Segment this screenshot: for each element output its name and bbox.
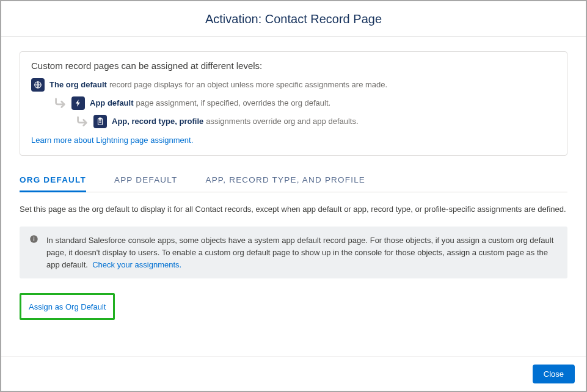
card-title: Custom record pages can be assigned at d… [31, 60, 556, 71]
check-assignments-link[interactable]: Check your assignments. [92, 260, 181, 269]
level-app-default: App defaultpage assignment, if specified… [53, 96, 556, 110]
tab-app-record-profile[interactable]: APP, RECORD TYPE, AND PROFILE [205, 169, 365, 192]
close-button[interactable]: Close [533, 365, 575, 383]
clipboard-icon [93, 115, 107, 128]
level-desc: assignments override org and app default… [206, 117, 358, 126]
level-org-default: The org defaultrecord page displays for … [31, 78, 556, 92]
modal-title: Activation: Contact Record Page [1, 12, 586, 26]
arrow-down-right-icon [53, 97, 67, 109]
lightning-icon [71, 96, 85, 110]
tabs-bar: ORG DEFAULT APP DEFAULT APP, RECORD TYPE… [20, 169, 567, 192]
svg-rect-2 [99, 118, 101, 119]
assignment-levels-card: Custom record pages can be assigned at d… [20, 51, 567, 156]
globe-icon [31, 78, 45, 92]
modal-body: Custom record pages can be assigned at d… [1, 37, 586, 320]
info-alert: In standard Salesforce console apps, som… [20, 227, 567, 278]
tab-org-default[interactable]: ORG DEFAULT [20, 169, 86, 192]
modal-footer: Close [1, 357, 586, 391]
info-icon [29, 234, 38, 244]
assign-org-default-link[interactable]: Assign as Org Default [29, 302, 106, 311]
level-desc: record page displays for an object unles… [109, 80, 387, 89]
highlighted-action: Assign as Org Default [20, 293, 115, 320]
level-label: App, record type, profile [112, 117, 203, 126]
tab-description: Set this page as the org default to disp… [20, 203, 567, 216]
level-label: The org default [49, 80, 107, 89]
svg-rect-6 [34, 238, 34, 241]
level-app-record-profile: App, record type, profileassignments ove… [75, 115, 556, 128]
learn-more-link[interactable]: Learn more about Lightning page assignme… [31, 136, 193, 145]
tab-app-default[interactable]: APP DEFAULT [114, 169, 177, 192]
arrow-down-right-icon [75, 115, 89, 128]
modal-header: Activation: Contact Record Page [1, 1, 586, 37]
svg-point-7 [34, 236, 35, 238]
level-label: App default [90, 98, 134, 107]
level-desc: page assignment, if specified, overrides… [136, 98, 331, 107]
